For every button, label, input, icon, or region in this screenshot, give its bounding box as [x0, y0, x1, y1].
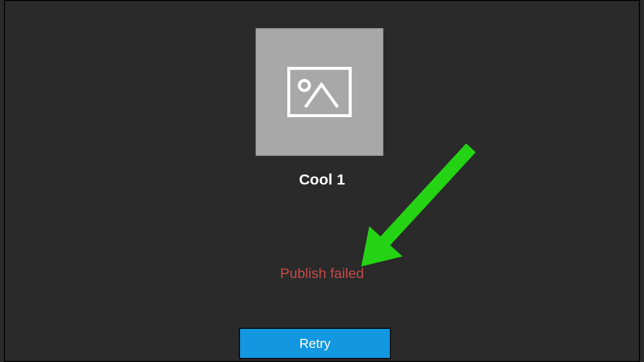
publish-status-message: Publish failed [0, 265, 644, 282]
svg-rect-0 [289, 68, 350, 116]
item-title: Cool 1 [0, 171, 644, 188]
annotation-arrow-icon [354, 142, 485, 273]
svg-point-1 [299, 80, 309, 90]
svg-line-2 [379, 148, 471, 247]
retry-button[interactable]: Retry [239, 328, 391, 359]
retry-button-label: Retry [299, 336, 331, 351]
image-placeholder-icon [287, 67, 352, 117]
item-thumbnail[interactable] [256, 28, 383, 156]
svg-marker-3 [361, 226, 403, 266]
